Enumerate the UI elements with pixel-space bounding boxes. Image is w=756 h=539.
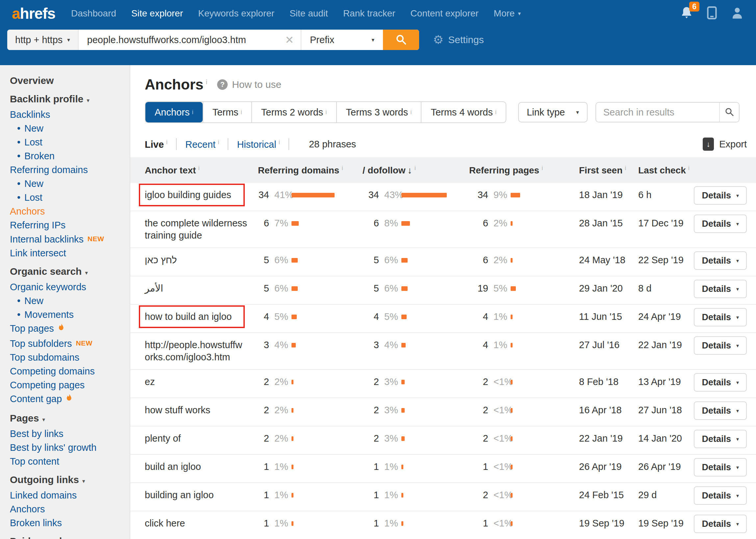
settings-button[interactable]: ⚙ Settings [433,34,484,46]
nav-item-rank-tracker[interactable]: Rank tracker [343,8,395,19]
tab-terms-4-words[interactable]: Terms 4 wordsi [421,102,506,122]
anchor-text-cell[interactable]: http://people.howstuffworks.com/igloo3.h… [145,339,253,363]
details-button[interactable]: Details▾ [694,251,747,270]
anchor-text-cell[interactable]: the complete wilderness training guide [145,217,253,242]
scope-dropdown[interactable]: Prefix ▾ [301,30,383,50]
details-button[interactable]: Details▾ [694,458,747,477]
anchor-text-cell[interactable]: לחץ כאן [145,254,253,266]
device-button[interactable] [705,5,719,22]
table-row: לחץ כאן56%56%62%24 May '1822 Sep '19Deta… [130,248,756,276]
sidebar-item-backlink-profile[interactable]: Backlink profile▾ [10,92,130,108]
sidebar-item-top-subfolders[interactable]: Top subfoldersNEW [10,336,130,350]
sidebar-item-best-by-links-growth[interactable]: Best by links' growth [10,441,130,454]
sidebar-item-top-pages[interactable]: Top pages [10,322,130,336]
nav-item-site-explorer[interactable]: Site explorer [131,8,183,19]
nav-item-more[interactable]: More▾ [494,8,521,19]
sidebar-item-broken[interactable]: Broken [10,149,130,163]
details-button[interactable]: Details▾ [694,373,747,392]
sidebar-item-outgoing-links[interactable]: Outgoing links▾ [10,473,130,488]
ahrefs-logo[interactable]: ahrefs [12,5,55,22]
column-referring-domains[interactable]: Referring domainsi [253,165,349,176]
first-seen-value: 18 Jan '19 [566,189,632,201]
search-in-results-input[interactable] [596,103,719,122]
details-button[interactable]: Details▾ [694,336,747,355]
sidebar-item-anchors[interactable]: Anchors [10,204,130,218]
column-referring-pages[interactable]: Referring pagesi [460,165,566,176]
anchor-text-cell[interactable]: how to build an igloo [145,311,253,324]
view-historical[interactable]: Historicali [237,138,280,150]
nav-item-keywords-explorer[interactable]: Keywords explorer [198,8,274,19]
column-last-check[interactable]: Last checki [632,165,691,176]
nav-item-content-explorer[interactable]: Content explorer [411,8,479,19]
sidebar-item-linked-domains[interactable]: Linked domains [10,488,130,502]
dofollow-count: 2 [361,376,379,388]
anchor-text-cell[interactable]: ez [145,376,253,388]
info-icon: i [341,165,343,172]
sidebar-item-new[interactable]: New [10,121,130,135]
sidebar-item-competing-domains[interactable]: Competing domains [10,364,130,378]
sidebar-item-new[interactable]: New [10,294,130,308]
how-to-use-link[interactable]: ? How to use [217,79,281,90]
protocol-mode-dropdown[interactable]: http + https ▾ [7,30,79,50]
sidebar-item-organic-search[interactable]: Organic search▾ [10,265,130,280]
column-dofollow[interactable]: / dofollow↓i [349,165,460,176]
view-recent[interactable]: Recenti [185,138,219,150]
anchor-text-cell[interactable]: building an igloo [145,489,253,501]
anchor-text-cell[interactable]: how stuff works [145,404,253,416]
target-url-input[interactable] [79,35,278,45]
sidebar-item-best-by-links[interactable]: Best by links [10,427,130,441]
sidebar-item-pages[interactable]: Pages▾ [10,411,130,427]
sidebar-item-new[interactable]: New [10,177,130,191]
column-anchor-text[interactable]: Anchor texti [145,165,253,176]
sidebar-item-top-subdomains[interactable]: Top subdomains [10,350,130,364]
sidebar-item-broken-links[interactable]: Broken links [10,516,130,530]
sidebar-item-anchors[interactable]: Anchors [10,502,130,516]
export-button[interactable]: ↓ Export [703,137,747,151]
search-button[interactable] [383,30,419,50]
sidebar-item-top-content[interactable]: Top content [10,454,130,468]
sidebar-item-lost[interactable]: Lost [10,191,130,204]
details-button[interactable]: Details▾ [694,308,747,327]
sidebar-item-internal-backlinks[interactable]: Internal backlinksNEW [10,232,130,246]
sidebar-item-link-intersect[interactable]: Link intersect [10,246,130,260]
nav-item-site-audit[interactable]: Site audit [290,8,328,19]
referring-domains-count: 2 [253,432,269,444]
nav-item-dashboard[interactable]: Dashboard [71,8,116,19]
anchor-text-cell[interactable]: الأمر [145,282,253,294]
sidebar-item-paid-search[interactable]: Paid search▾ [10,534,130,539]
tab-terms-3-words[interactable]: Terms 3 wordsi [336,102,421,122]
dofollow-bar [401,343,406,347]
sidebar-item-referring-ips[interactable]: Referring IPs [10,218,130,232]
anchor-text-cell[interactable]: click here [145,517,253,529]
anchor-text-cell[interactable]: igloo building guides [145,189,253,202]
clear-icon[interactable]: × [278,33,301,47]
details-button[interactable]: Details▾ [694,486,747,505]
referring-pages-count: 34 [470,189,488,201]
view-live[interactable]: Livei [145,138,168,150]
tab-terms[interactable]: Termsi [203,102,251,122]
link-type-dropdown[interactable]: Link type ▾ [518,102,587,122]
results-search-button[interactable] [719,103,739,122]
anchor-text-cell[interactable]: build an igloo [145,461,253,473]
sidebar-item-lost[interactable]: Lost [10,135,130,149]
sidebar-item-movements[interactable]: Movements [10,308,130,322]
sidebar-item-referring-domains[interactable]: Referring domains [10,163,130,177]
column-first-seen[interactable]: First seeni [566,165,632,176]
account-button[interactable] [730,5,744,22]
details-button[interactable]: Details▾ [694,186,747,205]
sidebar-item-overview[interactable]: Overview [10,74,130,88]
anchor-text-cell[interactable]: plenty of [145,432,253,444]
tab-terms-2-words[interactable]: Terms 2 wordsi [251,102,336,122]
details-button[interactable]: Details▾ [694,515,747,533]
tab-anchors[interactable]: Anchorsi [145,102,203,122]
details-button[interactable]: Details▾ [694,430,747,448]
details-button[interactable]: Details▾ [694,402,747,420]
sidebar-item-organic-keywords[interactable]: Organic keywords [10,280,130,294]
notifications-button[interactable]: 6 [680,6,694,21]
sidebar-item-content-gap[interactable]: Content gap [10,392,130,407]
sidebar-item-backlinks[interactable]: Backlinks [10,108,130,121]
sidebar-item-competing-pages[interactable]: Competing pages [10,378,130,392]
details-button[interactable]: Details▾ [694,214,747,233]
first-seen-value: 29 Jan '20 [566,282,632,294]
details-button[interactable]: Details▾ [694,280,747,298]
